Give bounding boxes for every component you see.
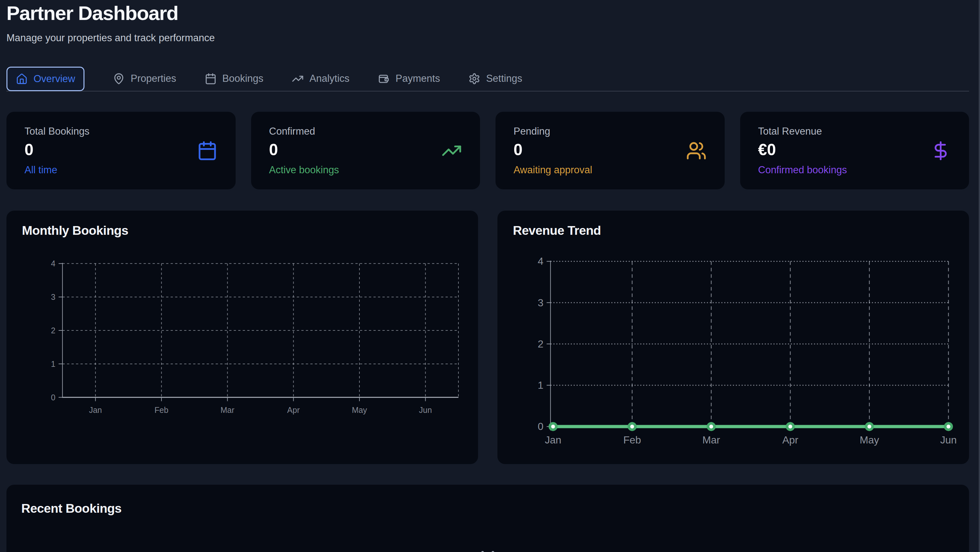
dollar-sign-icon (931, 140, 951, 161)
svg-text:1: 1 (51, 359, 56, 368)
stat-label: Total Revenue (758, 125, 847, 137)
svg-text:Jan: Jan (89, 406, 102, 414)
tab-properties[interactable]: Properties (113, 67, 176, 91)
map-pin-icon (113, 73, 125, 85)
stat-icon-wrap (197, 140, 218, 161)
svg-text:2: 2 (51, 326, 56, 335)
settings-icon (468, 73, 480, 85)
svg-text:0: 0 (538, 421, 544, 433)
svg-text:4: 4 (51, 259, 56, 268)
stat-card-confirmed: Confirmed0Active bookings (251, 112, 480, 189)
stat-text: Total Revenue€0Confirmed bookings (758, 125, 847, 176)
scrollbar[interactable] (979, 0, 980, 552)
revenue-trend-card: Revenue Trend 43210JanFebMarAprMayJun (497, 211, 969, 464)
tab-overview[interactable]: Overview (6, 67, 84, 91)
users-icon (686, 140, 706, 161)
svg-text:Mar: Mar (221, 406, 234, 414)
stat-value: €0 (758, 142, 847, 158)
stat-value: 0 (514, 142, 592, 158)
svg-text:3: 3 (51, 292, 56, 301)
stat-card-total-bookings: Total Bookings0All time (6, 112, 235, 189)
stat-value: 0 (269, 142, 339, 158)
svg-text:1: 1 (538, 379, 544, 391)
svg-text:3: 3 (538, 297, 544, 309)
stat-card-total-revenue: Total Revenue€0Confirmed bookings (740, 112, 969, 189)
svg-text:Apr: Apr (287, 406, 300, 414)
tab-label: Settings (486, 73, 522, 84)
stat-icon-wrap (931, 140, 951, 161)
svg-text:0: 0 (51, 393, 56, 402)
stat-value: 0 (24, 142, 90, 158)
stat-label: Pending (514, 125, 592, 137)
tab-label: Overview (33, 73, 75, 85)
tab-label: Payments (396, 73, 440, 84)
svg-text:Jan: Jan (545, 434, 561, 446)
tab-bookings[interactable]: Bookings (205, 67, 264, 91)
wallet-icon (378, 73, 390, 85)
calendar-icon (197, 140, 218, 161)
svg-text:Mar: Mar (702, 434, 720, 446)
page-subtitle: Manage your properties and track perform… (6, 32, 969, 44)
stat-card-pending: Pending0Awaiting approval (495, 112, 725, 189)
svg-text:Apr: Apr (783, 434, 799, 446)
stat-caption: Awaiting approval (514, 164, 592, 176)
recent-bookings-title: Recent Bookings (21, 501, 121, 516)
stat-caption: All time (24, 164, 90, 176)
svg-text:Jun: Jun (419, 406, 432, 414)
tab-label: Bookings (223, 73, 264, 84)
tab-payments[interactable]: Payments (378, 67, 440, 91)
stats-row: Total Bookings0All timeConfirmed0Active … (6, 112, 969, 189)
recent-bookings-card: Recent Bookings (6, 485, 969, 552)
stat-label: Total Bookings (24, 125, 90, 137)
svg-text:4: 4 (538, 256, 544, 267)
tab-settings[interactable]: Settings (468, 67, 522, 91)
svg-text:Jun: Jun (940, 434, 956, 446)
page-title: Partner Dashboard (6, 3, 969, 24)
stat-text: Pending0Awaiting approval (514, 125, 592, 176)
monthly-bookings-chart: 43210JanFebMarAprMayJun (6, 211, 478, 464)
calendar-icon (205, 73, 216, 85)
monthly-bookings-card: Monthly Bookings 43210JanFebMarAprMayJun (6, 211, 478, 464)
tab-label: Properties (130, 73, 176, 84)
tab-bar: OverviewPropertiesBookingsAnalyticsPayme… (6, 67, 969, 92)
svg-text:May: May (860, 434, 879, 446)
tab-label: Analytics (309, 73, 350, 84)
stat-caption: Confirmed bookings (758, 164, 847, 176)
svg-text:May: May (352, 406, 367, 414)
stat-icon-wrap (441, 140, 462, 161)
tab-analytics[interactable]: Analytics (292, 67, 350, 91)
partner-dashboard-page: Partner Dashboard Manage your properties… (0, 0, 980, 552)
trending-up-icon (441, 140, 462, 161)
revenue-trend-chart: 43210JanFebMarAprMayJun (497, 211, 969, 464)
stat-label: Confirmed (269, 125, 339, 137)
charts-row: Monthly Bookings 43210JanFebMarAprMayJun… (6, 211, 969, 464)
svg-text:Feb: Feb (623, 434, 641, 446)
home-icon (16, 73, 28, 85)
stat-text: Total Bookings0All time (24, 125, 90, 176)
svg-text:2: 2 (538, 338, 544, 350)
calendar-icon (472, 550, 503, 552)
stat-icon-wrap (686, 140, 706, 161)
stat-caption: Active bookings (269, 164, 339, 176)
svg-text:Feb: Feb (154, 406, 168, 414)
trending-up-icon (292, 73, 304, 85)
stat-text: Confirmed0Active bookings (269, 125, 339, 176)
